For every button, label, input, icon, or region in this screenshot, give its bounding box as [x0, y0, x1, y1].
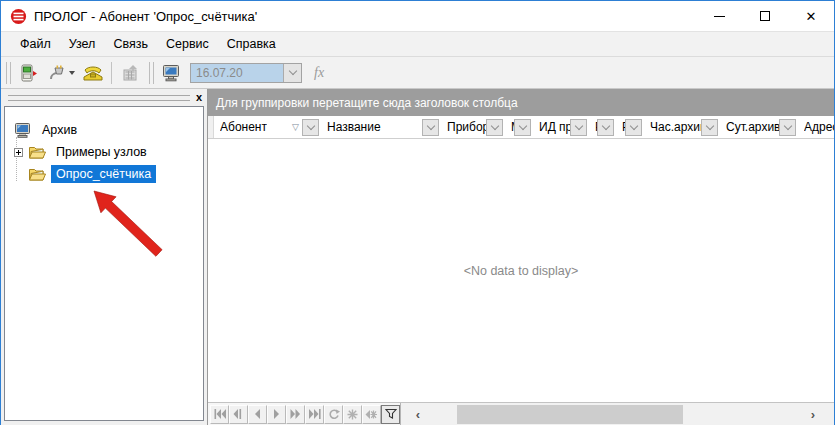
tree-panel: x Архив [1, 89, 208, 425]
nav-filter-button[interactable] [381, 405, 400, 424]
tree-item-examples[interactable]: Примеры узлов [5, 141, 203, 163]
grid-body: <No data to display> [208, 139, 834, 402]
filter-dropdown-button[interactable] [486, 119, 503, 136]
toolbar: 16.07.20 fx [1, 56, 834, 89]
no-data-message: <No data to display> [464, 264, 579, 278]
filter-funnel-icon [385, 408, 397, 420]
nav-insert-button [343, 405, 362, 424]
menu-service[interactable]: Сервис [157, 34, 218, 54]
plug-icon [47, 63, 67, 83]
chevron-down-icon [518, 121, 526, 129]
horizontal-scrollbar[interactable]: ‹ › [400, 403, 834, 425]
next-page-icon [290, 409, 301, 419]
menu-file[interactable]: Файл [11, 34, 60, 54]
cancel-edit-icon [365, 409, 378, 420]
grid-panel: Для группировки перетащите сюда заголово… [208, 89, 834, 425]
nav-first-button[interactable] [210, 405, 229, 424]
toolbar-separator [111, 62, 112, 84]
poll-meter-button[interactable] [15, 60, 43, 86]
filter-dropdown-button[interactable] [302, 119, 319, 136]
folder-icon [28, 144, 47, 161]
toolbar-grip-2 [149, 62, 154, 84]
nav-cancel-edit-button [362, 405, 381, 424]
main-area: x Архив [1, 89, 834, 425]
grid-header-row: Абонент ▽ Название Прибор М ИД при [208, 116, 834, 139]
close-button[interactable]: ✕ [788, 1, 834, 31]
computer-button[interactable] [158, 60, 186, 86]
column-header-day-archives[interactable]: Сут.архив [720, 116, 798, 138]
minimize-button[interactable] [696, 1, 742, 31]
prior-record-icon [254, 409, 261, 419]
dial-button[interactable] [79, 60, 107, 86]
scroll-left-icon[interactable]: ‹ [401, 407, 435, 422]
folder-icon [28, 166, 47, 183]
chevron-down-icon [490, 121, 498, 129]
fx-icon: fx [314, 65, 324, 80]
chevron-down-icon [601, 121, 609, 129]
column-header-abonent[interactable]: Абонент ▽ [214, 116, 321, 138]
nav-prior-page-button[interactable] [229, 405, 248, 424]
panel-close-button[interactable]: x [196, 92, 202, 103]
app-window: ПРОЛОГ - Абонент 'Опрос_счётчика' ✕ Файл… [0, 0, 835, 425]
date-value: 16.07.20 [191, 66, 283, 80]
filter-dropdown-button[interactable] [779, 119, 796, 136]
nav-last-button[interactable] [305, 405, 324, 424]
meter-device-icon [19, 63, 39, 83]
column-header-nazvanie[interactable]: Название [321, 116, 441, 138]
nav-next-page-button[interactable] [286, 405, 305, 424]
date-field[interactable]: 16.07.20 [190, 63, 302, 83]
maximize-button[interactable] [742, 1, 788, 31]
filter-dropdown-button[interactable] [570, 119, 587, 136]
title-bar: ПРОЛОГ - Абонент 'Опрос_счётчика' ✕ [1, 1, 834, 31]
close-icon: ✕ [806, 10, 817, 23]
tree-item-label-selected: Опрос_счётчика [51, 165, 156, 183]
tree-item-archive[interactable]: Архив [5, 119, 203, 141]
filter-dropdown-button[interactable] [625, 119, 642, 136]
first-record-icon [214, 409, 226, 419]
refresh-icon [328, 409, 340, 420]
tree-item-poll-counter[interactable]: Опрос_счётчика [5, 163, 203, 185]
menu-help[interactable]: Справка [218, 34, 285, 54]
column-header-hour-archives[interactable]: Час.архивы [644, 116, 720, 138]
menu-link[interactable]: Связь [104, 34, 157, 54]
nav-refresh-button [324, 405, 343, 424]
last-record-icon [309, 409, 321, 419]
tree-item-label: Примеры узлов [51, 143, 152, 161]
column-header-pribor[interactable]: Прибор [441, 116, 505, 138]
column-header-r2[interactable]: Р' [616, 116, 644, 138]
column-header-id-pri[interactable]: ИД при [533, 116, 589, 138]
phone-icon [82, 63, 104, 83]
scroll-right-icon[interactable]: › [796, 407, 830, 422]
expand-plus-icon[interactable] [14, 148, 23, 157]
date-dropdown-button[interactable] [283, 64, 301, 82]
column-header-adres[interactable]: Адрес [798, 116, 834, 138]
minimize-icon [714, 16, 725, 17]
filter-dropdown-button[interactable] [514, 119, 531, 136]
grid-navigator: ‹ › [208, 402, 834, 425]
connection-dropdown-icon[interactable] [69, 71, 75, 75]
filter-dropdown-button[interactable] [701, 119, 718, 136]
window-title: ПРОЛОГ - Абонент 'Опрос_счётчика' [34, 9, 257, 24]
app-logo-icon [10, 8, 27, 25]
tree-panel-header: x [4, 91, 204, 104]
filter-dropdown-button[interactable] [597, 119, 614, 136]
column-header-m[interactable]: М [505, 116, 533, 138]
node-tree: Архив Примеры узлов [4, 106, 204, 421]
scrollbar-thumb[interactable] [457, 405, 683, 424]
insert-asterisk-icon [347, 409, 358, 420]
group-by-box[interactable]: Для группировки перетащите сюда заголово… [208, 89, 834, 116]
nav-prior-button[interactable] [248, 405, 267, 424]
menu-bar: Файл Узел Связь Сервис Справка [1, 31, 834, 56]
maximize-icon [760, 11, 770, 21]
fx-button: fx [306, 65, 332, 81]
monitor-icon [161, 63, 183, 83]
connection-button[interactable] [43, 60, 79, 86]
chevron-down-icon [629, 121, 637, 129]
tree-item-label: Архив [37, 121, 82, 139]
menu-node[interactable]: Узел [60, 34, 105, 54]
column-header-r1[interactable]: Р [589, 116, 616, 138]
chevron-down-icon [288, 67, 296, 75]
filter-dropdown-button[interactable] [422, 119, 439, 136]
panel-grip[interactable] [8, 95, 190, 101]
nav-next-button[interactable] [267, 405, 286, 424]
